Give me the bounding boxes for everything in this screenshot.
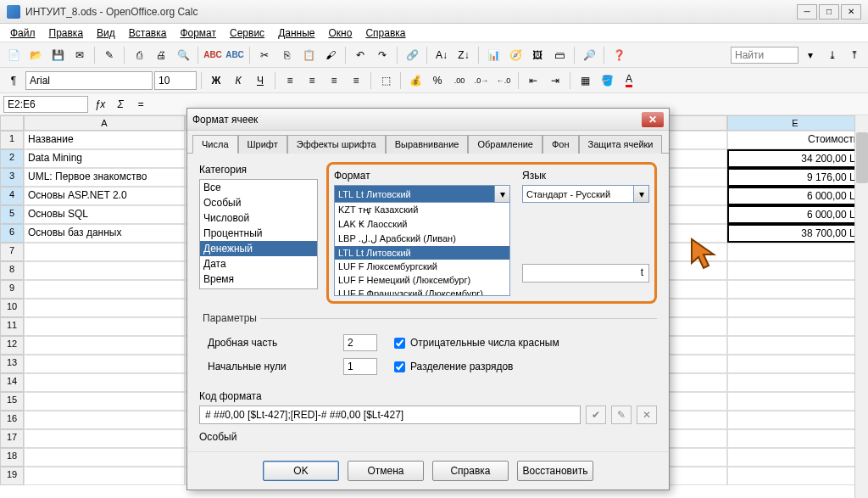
new-icon[interactable]: 📄 <box>3 45 24 65</box>
cell[interactable]: 6 000,00 Lt <box>727 187 863 205</box>
cell[interactable] <box>24 336 185 355</box>
cell[interactable] <box>24 317 185 336</box>
tab-font-effects[interactable]: Эффекты шрифта <box>287 135 386 154</box>
cell[interactable] <box>727 392 863 411</box>
sum-icon[interactable]: Σ <box>112 96 129 113</box>
tab-numbers[interactable]: Числа <box>192 135 238 154</box>
tab-protection[interactable]: Защита ячейки <box>579 135 663 154</box>
cell[interactable]: 34 200,00 Lt <box>727 149 863 168</box>
column-header[interactable]: A <box>24 115 185 131</box>
cell[interactable]: 6 000,00 Lt <box>727 205 863 224</box>
row-header[interactable]: 5 <box>0 205 24 224</box>
bold-icon[interactable]: Ж <box>206 70 226 91</box>
category-item[interactable]: Процентный <box>200 226 317 241</box>
neg-red-checkbox[interactable] <box>394 338 405 349</box>
row-header[interactable]: 7 <box>0 243 24 261</box>
row-header[interactable]: 14 <box>0 373 24 392</box>
cell[interactable] <box>24 411 185 429</box>
styles-icon[interactable]: ¶ <box>3 70 24 91</box>
row-header[interactable]: 4 <box>0 187 24 205</box>
function-wizard-icon[interactable]: ƒx <box>92 96 108 113</box>
row-header[interactable]: 8 <box>0 261 24 280</box>
cell[interactable] <box>727 299 863 317</box>
cell[interactable] <box>24 392 185 411</box>
cell[interactable]: Стоимость <box>727 131 863 149</box>
category-item[interactable]: Числовой <box>200 210 317 226</box>
cell[interactable] <box>24 299 185 317</box>
row-header[interactable]: 13 <box>0 355 24 373</box>
format-combo[interactable]: LTL Lt Литовский ▾ <box>334 185 510 203</box>
font-size-select[interactable] <box>154 71 197 90</box>
column-header[interactable]: E <box>727 115 863 131</box>
cell[interactable]: Основы SQL <box>24 205 185 224</box>
underline-icon[interactable]: Ч <box>250 70 270 91</box>
format-option[interactable]: LUF F Французский (Люксембург) <box>335 287 509 296</box>
menu-insert[interactable]: Вставка <box>122 25 174 41</box>
tab-alignment[interactable]: Выравнивание <box>386 135 469 154</box>
chevron-down-icon[interactable]: ▾ <box>634 185 649 203</box>
preview-icon[interactable]: 🔍 <box>173 45 193 65</box>
delete-code-icon[interactable]: ✕ <box>637 406 657 424</box>
cell[interactable]: 9 176,00 Lt <box>727 168 863 187</box>
format-option[interactable]: LUF F Люксембургский <box>335 260 509 273</box>
menu-view[interactable]: Вид <box>90 25 122 41</box>
maximize-button[interactable]: □ <box>819 4 839 20</box>
navigator-icon[interactable]: 🧭 <box>505 45 526 65</box>
sort-asc-icon[interactable]: A↓ <box>431 45 452 65</box>
tab-borders[interactable]: Обрамление <box>468 135 542 154</box>
format-code-input[interactable] <box>199 406 581 424</box>
menu-edit[interactable]: Правка <box>42 25 91 41</box>
increase-indent-icon[interactable]: ⇥ <box>545 70 565 91</box>
format-option[interactable]: LTL Lt Литовский <box>335 246 509 260</box>
menu-data[interactable]: Данные <box>271 25 321 41</box>
category-item[interactable]: Особый <box>200 195 317 210</box>
category-item[interactable]: Все <box>200 180 317 195</box>
cell[interactable] <box>727 317 863 336</box>
align-left-icon[interactable]: ≡ <box>280 70 300 91</box>
row-header[interactable]: 12 <box>0 336 24 355</box>
cell[interactable] <box>727 448 863 467</box>
cell[interactable]: Основы баз данных <box>24 224 185 243</box>
menu-file[interactable]: Файл <box>3 25 42 41</box>
cell[interactable]: Основы ASP.NET 2.0 <box>24 187 185 205</box>
number-icon[interactable]: .00 <box>449 70 470 91</box>
cancel-button[interactable]: Отмена <box>348 461 424 481</box>
currency-icon[interactable]: 💰 <box>405 70 426 91</box>
category-list[interactable]: ВсеОсобыйЧисловойПроцентныйДенежныйДатаВ… <box>199 179 318 289</box>
row-header[interactable]: 10 <box>0 299 24 317</box>
percent-icon[interactable]: % <box>427 70 448 91</box>
cell[interactable] <box>727 355 863 373</box>
undo-icon[interactable]: ↶ <box>350 45 370 65</box>
chevron-down-icon[interactable]: ▾ <box>495 185 510 203</box>
cell[interactable] <box>727 261 863 280</box>
cell[interactable] <box>24 355 185 373</box>
format-option[interactable]: LUF F Немецкий (Люксембург) <box>335 273 509 287</box>
category-item[interactable]: Время <box>200 271 317 287</box>
find-input[interactable] <box>731 47 798 64</box>
find-dropdown-icon[interactable]: ▾ <box>800 45 821 65</box>
autocheck-icon[interactable]: ABC <box>225 45 245 65</box>
category-item[interactable]: Дата <box>200 256 317 271</box>
help-icon[interactable]: ❓ <box>609 45 629 65</box>
align-justify-icon[interactable]: ≡ <box>346 70 366 91</box>
paste-icon[interactable]: 📋 <box>298 45 319 65</box>
format-option[interactable]: KZT тңг Казахский <box>335 203 509 217</box>
zoom-icon[interactable]: 🔎 <box>579 45 599 65</box>
format-option[interactable]: LAK ₭ Лаосский <box>335 217 509 232</box>
save-icon[interactable]: 💾 <box>47 45 68 65</box>
export-pdf-icon[interactable]: ⎙ <box>129 45 149 65</box>
row-header[interactable]: 18 <box>0 448 24 467</box>
category-item[interactable]: Денежный <box>200 241 317 256</box>
menu-window[interactable]: Окно <box>321 25 359 41</box>
row-header[interactable]: 2 <box>0 149 24 168</box>
minimize-button[interactable]: ─ <box>797 4 817 20</box>
align-right-icon[interactable]: ≡ <box>324 70 344 91</box>
row-header[interactable]: 6 <box>0 224 24 243</box>
row-header[interactable]: 11 <box>0 317 24 336</box>
name-box[interactable] <box>3 96 88 113</box>
cell[interactable]: 38 700,00 Lt <box>727 224 863 243</box>
cell[interactable] <box>727 429 863 448</box>
fontcolor-icon[interactable]: A <box>619 70 639 91</box>
open-icon[interactable]: 📂 <box>25 45 46 65</box>
row-header[interactable]: 3 <box>0 168 24 187</box>
